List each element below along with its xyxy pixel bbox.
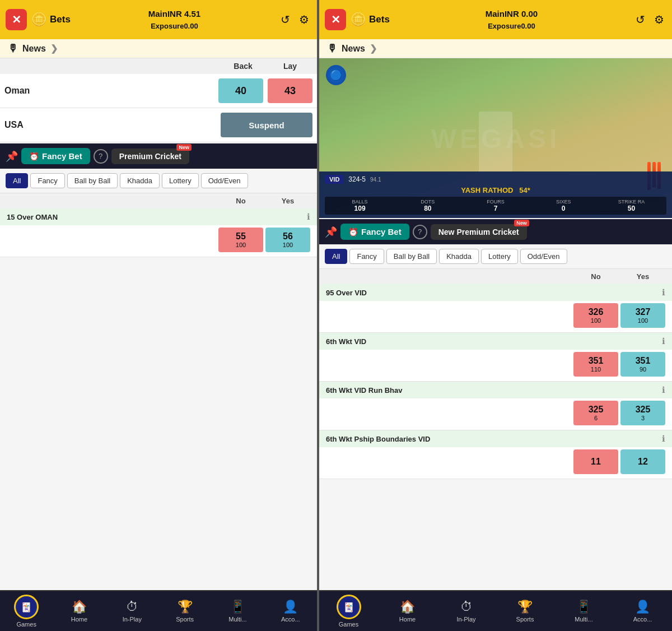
right-fancy-no-button-0[interactable]: 326 100 — [573, 303, 618, 328]
no-label: No — [218, 197, 263, 205]
right-exposure-label: Exposure — [488, 22, 521, 30]
right-fancy-yes-button-3[interactable]: 12 — [620, 449, 665, 474]
nav-home[interactable]: 🏠 Home — [64, 600, 95, 623]
right-premium-cricket-button[interactable]: New Premium Cricket New — [431, 224, 527, 240]
right-tab-ball-by-ball[interactable]: Ball by Ball — [386, 249, 437, 264]
left-refresh-button[interactable]: ↺ — [278, 11, 292, 29]
tab-fancy[interactable]: Fancy — [30, 173, 64, 188]
nav-inplay[interactable]: ⏱ In-Play — [116, 600, 147, 623]
right-news-bar[interactable]: 🎙 News ❯ — [319, 39, 672, 58]
right-fancy-yes-button-2[interactable]: 325 3 — [620, 401, 665, 425]
right-fancy-no-button-2[interactable]: 325 6 — [573, 401, 618, 425]
right-fancy-tabs: All Fancy Ball by Ball Khadda Lottery Od… — [319, 244, 672, 269]
right-nav-account[interactable]: 👤 Acco... — [627, 600, 658, 623]
right-fancy-bet-row-3: 6th Wkt Pship Boundaries VID ℹ 11 12 — [319, 430, 672, 479]
nav-inplay-label: In-Play — [123, 616, 142, 623]
left-bets-section: 🪙 Bets — [31, 12, 71, 27]
nav-multi[interactable]: 📱 Multi... — [222, 600, 253, 623]
right-new-badge: New — [514, 220, 529, 226]
right-games-icon: 🃏 — [337, 595, 361, 619]
left-news-bar[interactable]: 🎙 News ❯ — [0, 39, 317, 58]
right-tab-lottery[interactable]: Lottery — [481, 249, 518, 264]
tab-khadda[interactable]: Khadda — [120, 173, 160, 188]
usa-team-name: USA — [4, 120, 216, 130]
right-tab-fancy[interactable]: Fancy — [349, 249, 384, 264]
usa-suspend-button[interactable]: Suspend — [221, 113, 312, 137]
fancy-no-button-0[interactable]: 55 100 — [218, 228, 263, 252]
new-badge: New — [176, 144, 192, 151]
right-nav-multi[interactable]: 📱 Multi... — [568, 600, 599, 623]
fancy-info-button-0[interactable]: ℹ — [307, 212, 310, 222]
player-name: YASH RATHOD 54* — [325, 186, 666, 194]
right-inplay-icon: ⏱ — [460, 600, 473, 614]
right-fancy-yes-button-0[interactable]: 327 100 — [620, 303, 665, 328]
fancy-bet-title-row-0: 15 Over OMAN ℹ — [0, 208, 317, 225]
left-fancy-tabs: All Fancy Ball by Ball Khadda Lottery Od… — [0, 169, 317, 193]
usa-bet-row: USA Suspend — [0, 108, 317, 142]
right-fancy-bet-button[interactable]: ⏰ Fancy Bet — [340, 224, 409, 240]
home-icon: 🏠 — [72, 600, 87, 614]
tab-lottery[interactable]: Lottery — [162, 173, 199, 188]
scorecard-stats: BALLS 109 DOTS 80 FOURS 7 SIXES 0 STRIKE… — [325, 197, 666, 215]
nav-sports[interactable]: 🏆 Sports — [170, 600, 200, 623]
yes-odd-sub-0: 100 — [283, 242, 293, 248]
left-bottom-nav: 🃏 Games 🏠 Home ⏱ In-Play 🏆 Sports 📱 Mult… — [0, 590, 317, 631]
left-close-button[interactable]: ✕ — [6, 9, 27, 30]
fancy-help-button[interactable]: ? — [94, 149, 108, 164]
right-exposure-value: 0.00 — [521, 22, 535, 30]
right-news-chevron-icon: ❯ — [370, 43, 377, 54]
right-tab-khadda[interactable]: Khadda — [439, 249, 479, 264]
clock-icon: ⏰ — [29, 152, 39, 161]
tab-all[interactable]: All — [6, 173, 28, 188]
right-nav-sports-label: Sports — [516, 616, 534, 623]
right-nav-games[interactable]: 🃏 Games — [333, 595, 364, 628]
right-fancy-info-button-2[interactable]: ℹ — [662, 385, 665, 395]
right-nav-sports[interactable]: 🏆 Sports — [510, 600, 540, 623]
tab-ball-by-ball[interactable]: Ball by Ball — [67, 173, 118, 188]
right-fancy-section: 📌 ⏰ Fancy Bet ? New Premium Cricket New … — [319, 219, 672, 479]
nav-account[interactable]: 👤 Acco... — [275, 600, 306, 623]
oman-back-button[interactable]: 40 — [218, 78, 263, 103]
right-nav-multi-label: Multi... — [575, 616, 592, 623]
games-icon: 🃏 — [14, 595, 39, 619]
team-badge: VID — [325, 175, 344, 184]
news-label: News — [22, 44, 46, 54]
right-tab-odd-even[interactable]: Odd/Even — [520, 249, 567, 264]
right-clock-icon: ⏰ — [348, 228, 358, 236]
fancy-bet-title-0: 15 Over OMAN — [7, 213, 307, 221]
premium-cricket-button[interactable]: Premium Cricket New — [111, 149, 189, 164]
right-fancy-yes-button-1[interactable]: 351 90 — [620, 352, 665, 377]
right-fancy-no-button-1[interactable]: 351 110 — [573, 352, 618, 377]
fancy-yes-button-0[interactable]: 56 100 — [265, 228, 310, 252]
team-overs: 94.1 — [370, 177, 381, 183]
right-sports-icon: 🏆 — [517, 600, 533, 614]
no-odd-sub-0: 100 — [236, 242, 246, 248]
left-settings-button[interactable]: ⚙ — [297, 11, 311, 29]
team-score-val: 324-5 — [348, 175, 366, 183]
pin-button[interactable]: 📌 — [6, 150, 18, 163]
right-balance: MainINR 0.00 Exposure0.00 — [394, 8, 629, 31]
fancy-bet-button[interactable]: ⏰ Fancy Bet — [21, 148, 90, 164]
right-settings-button[interactable]: ⚙ — [652, 11, 666, 29]
oman-lay-button[interactable]: 43 — [268, 78, 312, 103]
right-fancy-info-button-0[interactable]: ℹ — [662, 287, 665, 298]
right-nav-inplay[interactable]: ⏱ In-Play — [451, 600, 482, 623]
stat-balls: BALLS 109 — [327, 199, 393, 212]
tab-odd-even[interactable]: Odd/Even — [201, 173, 248, 188]
right-fancy-info-button-3[interactable]: ℹ — [662, 434, 665, 444]
right-fancy-no-button-3[interactable]: 11 — [573, 449, 618, 474]
right-fancy-help-button[interactable]: ? — [413, 225, 427, 239]
nav-home-label: Home — [71, 616, 87, 623]
stat-sixes: SIXES 0 — [531, 199, 596, 212]
right-fancy-bet-label: Fancy Bet — [361, 227, 402, 236]
right-pin-button[interactable]: 📌 — [325, 226, 337, 238]
right-nav-home[interactable]: 🏠 Home — [392, 600, 423, 623]
right-close-button[interactable]: ✕ — [325, 9, 346, 30]
right-tab-all[interactable]: All — [325, 249, 347, 264]
nav-games[interactable]: 🃏 Games — [11, 595, 42, 628]
right-fancy-info-button-1[interactable]: ℹ — [662, 336, 665, 346]
right-panel: ✕ 🪙 Bets MainINR 0.00 Exposure0.00 ↺ ⚙ 🎙… — [319, 0, 672, 631]
left-fancy-section: 📌 ⏰ Fancy Bet ? Premium Cricket New All … — [0, 143, 317, 257]
stat-dots: DOTS 80 — [395, 199, 460, 212]
right-refresh-button[interactable]: ↺ — [633, 11, 647, 29]
